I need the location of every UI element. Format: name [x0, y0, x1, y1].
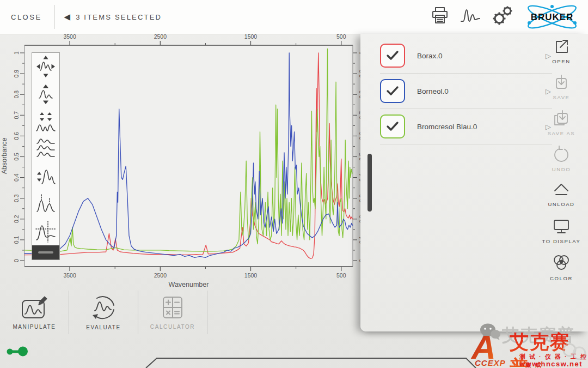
- svg-text:1500: 1500: [244, 272, 258, 279]
- close-button[interactable]: CLOSE: [11, 13, 42, 21]
- crosshair-cursor-icon[interactable]: [32, 218, 59, 245]
- title-bar: CLOSE ◀ 3 ITEMS SELECTED: [0, 0, 588, 34]
- panel-drag-handle[interactable]: [367, 154, 372, 212]
- svg-text:500: 500: [336, 272, 346, 279]
- bottom-drawer-handle[interactable]: [0, 354, 588, 368]
- save-button[interactable]: SAVE: [537, 72, 586, 108]
- spectrum-checkbox[interactable]: [380, 44, 405, 68]
- stack-spectra-icon[interactable]: [32, 135, 59, 162]
- spectrum-icon: [460, 7, 481, 27]
- svg-text:0.7: 0.7: [13, 111, 20, 119]
- svg-text:2500: 2500: [154, 34, 167, 40]
- save-icon: [552, 73, 571, 92]
- calculator-label: CALCULATOR: [150, 324, 195, 330]
- svg-text:0.4: 0.4: [13, 173, 20, 182]
- print-button[interactable]: [430, 6, 450, 28]
- spectrum-name: Borax.0: [417, 52, 443, 60]
- palette-drag-handle[interactable]: [32, 245, 59, 260]
- spectra-list: Borax.0 ▷ Borneol.0 ▷ Bromcresol Blau.0 …: [380, 38, 552, 144]
- pan-spectrum-icon[interactable]: [32, 53, 59, 80]
- undo-label: UNDO: [552, 166, 571, 172]
- undo-button[interactable]: UNDO: [537, 144, 586, 180]
- svg-text:0.3: 0.3: [13, 194, 20, 202]
- scale-single-peak-icon[interactable]: [32, 163, 59, 190]
- unload-button[interactable]: UNLOAD: [537, 180, 586, 216]
- undo-icon: [552, 145, 571, 164]
- svg-text:Absorbance: Absorbance: [1, 138, 8, 174]
- drag-bar-icon: [38, 251, 53, 254]
- svg-text:1500: 1500: [244, 34, 258, 40]
- manipulate-icon: [20, 295, 48, 320]
- open-button[interactable]: OPEN: [537, 36, 586, 72]
- spectrum-name: Borneol.0: [417, 87, 449, 95]
- save-as-label: SAVE AS: [548, 130, 575, 136]
- unload-label: UNLOAD: [548, 201, 574, 207]
- calculator-icon: [159, 295, 186, 320]
- save-label: SAVE: [553, 94, 569, 100]
- titlebar-divider: [54, 5, 54, 29]
- evaluate-button[interactable]: EVALUATE: [69, 291, 138, 334]
- evaluate-icon: [89, 294, 118, 321]
- open-label: OPEN: [552, 58, 570, 64]
- back-icon[interactable]: ◀: [64, 12, 71, 22]
- action-sidebar: OPEN SAVE SAVE AS: [537, 36, 586, 288]
- color-button[interactable]: COLOR: [537, 252, 586, 288]
- scale-peaks-individually-icon[interactable]: [32, 108, 59, 135]
- svg-text:3500: 3500: [63, 34, 76, 40]
- svg-text:0.8: 0.8: [13, 91, 20, 99]
- svg-text:0: 0: [13, 259, 20, 262]
- color-icon: [552, 253, 571, 273]
- spectrum-checkbox[interactable]: [380, 79, 405, 103]
- printer-icon: [430, 6, 450, 28]
- svg-text:Wavenumber: Wavenumber: [169, 281, 209, 288]
- bottom-toolbar: MANIPULATE EVALUATE: [0, 291, 207, 334]
- opus-touch-app: CLOSE ◀ 3 ITEMS SELECTED: [0, 0, 588, 368]
- spectrum-checkbox[interactable]: [380, 114, 405, 138]
- spectrum-toolbar: [32, 52, 60, 260]
- svg-text:0.1: 0.1: [13, 236, 20, 244]
- peak-picking-icon[interactable]: [32, 190, 59, 218]
- save-as-icon: [552, 109, 571, 128]
- calculator-button[interactable]: CALCULATOR: [138, 291, 207, 334]
- svg-text:0.5: 0.5: [13, 153, 20, 161]
- spectrum-list-item[interactable]: Borneol.0 ▷: [380, 74, 552, 109]
- save-as-button[interactable]: SAVE AS: [537, 108, 586, 144]
- svg-text:2500: 2500: [154, 272, 167, 279]
- settings-button[interactable]: [491, 5, 514, 29]
- manipulate-label: MANIPULATE: [13, 324, 56, 330]
- scale-y-icon[interactable]: [32, 80, 59, 107]
- svg-text:0.9: 0.9: [13, 70, 20, 78]
- gears-icon: [491, 5, 514, 29]
- svg-text:3500: 3500: [63, 272, 76, 279]
- svg-text:BRUKER: BRUKER: [531, 12, 574, 22]
- spectrum-list-item[interactable]: Bromcresol Blau.0 ▷: [380, 109, 552, 144]
- evaluate-label: EVALUATE: [86, 324, 121, 330]
- svg-text:1: 1: [13, 51, 20, 55]
- bruker-logo: BRUKER: [524, 4, 580, 29]
- spectrum-view-button[interactable]: [460, 7, 481, 27]
- svg-text:0.6: 0.6: [13, 132, 20, 140]
- spectrum-list-item[interactable]: Borax.0 ▷: [380, 38, 552, 74]
- titlebar-actions: BRUKER: [430, 0, 580, 34]
- manipulate-button[interactable]: MANIPULATE: [0, 291, 69, 334]
- svg-text:500: 500: [336, 34, 346, 40]
- unload-icon: [552, 181, 571, 198]
- spectrum-name: Bromcresol Blau.0: [417, 123, 477, 131]
- selection-count-label: 3 ITEMS SELECTED: [76, 13, 162, 21]
- to-display-button[interactable]: TO DISPLAY: [537, 216, 586, 252]
- svg-text:0.2: 0.2: [13, 215, 20, 223]
- open-icon: [552, 37, 571, 56]
- to-display-label: TO DISPLAY: [542, 238, 580, 244]
- color-label: COLOR: [550, 275, 573, 281]
- display-icon: [552, 217, 571, 236]
